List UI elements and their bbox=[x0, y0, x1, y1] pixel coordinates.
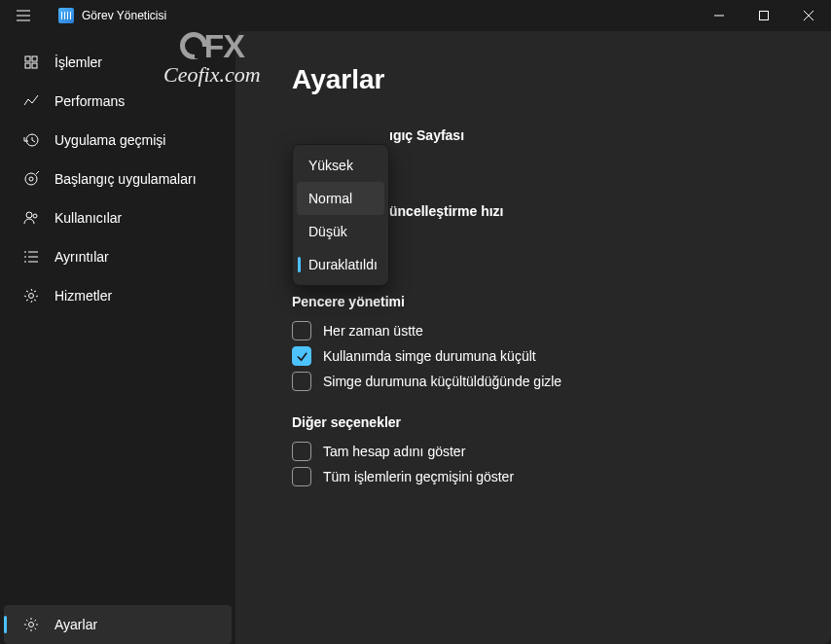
svg-rect-8 bbox=[32, 56, 37, 61]
checkbox-icon bbox=[292, 467, 311, 486]
svg-point-13 bbox=[29, 177, 33, 181]
update-speed-dropdown: Yüksek Normal Düşük Duraklatıldı bbox=[292, 144, 389, 286]
dropdown-item-normal[interactable]: Normal bbox=[297, 182, 384, 215]
svg-line-14 bbox=[36, 171, 39, 174]
checkbox-all-processes-history[interactable]: Tüm işlemlerin geçmişini göster bbox=[292, 467, 831, 486]
sidebar: İşlemler Performans Uygulama geçmişi Baş… bbox=[0, 31, 235, 644]
checkbox-icon bbox=[292, 372, 311, 391]
app-icon bbox=[58, 8, 74, 23]
svg-point-12 bbox=[25, 173, 37, 185]
svg-point-16 bbox=[33, 214, 37, 218]
titlebar: Görev Yöneticisi bbox=[0, 0, 831, 31]
dropdown-item-label: Normal bbox=[308, 191, 352, 206]
sidebar-item-services[interactable]: Hizmetler bbox=[4, 276, 232, 315]
details-icon bbox=[23, 249, 39, 265]
svg-rect-4 bbox=[760, 12, 769, 20]
dropdown-item-label: Duraklatıldı bbox=[308, 257, 378, 272]
sidebar-item-details[interactable]: Ayrıntılar bbox=[4, 237, 232, 276]
sidebar-item-label: Performans bbox=[54, 93, 125, 109]
history-icon bbox=[23, 132, 39, 148]
users-icon bbox=[23, 210, 39, 226]
gear-icon bbox=[23, 617, 39, 632]
services-icon bbox=[23, 288, 39, 304]
startup-icon bbox=[23, 171, 39, 187]
close-button[interactable] bbox=[786, 0, 831, 31]
sidebar-item-label: İşlemler bbox=[54, 54, 102, 70]
dropdown-item-paused[interactable]: Duraklatıldı bbox=[297, 248, 384, 281]
dropdown-item-high[interactable]: Yüksek bbox=[297, 149, 384, 182]
sidebar-item-settings[interactable]: Ayarlar bbox=[4, 605, 232, 644]
sidebar-item-processes[interactable]: İşlemler bbox=[4, 43, 232, 82]
sidebar-item-startup-apps[interactable]: Başlangıç uygulamaları bbox=[4, 160, 232, 198]
checkbox-icon bbox=[292, 321, 311, 340]
checkbox-icon bbox=[292, 346, 311, 366]
page-title: Ayarlar bbox=[292, 64, 831, 95]
hamburger-menu-button[interactable] bbox=[0, 0, 47, 31]
checkbox-always-on-top[interactable]: Her zaman üstte bbox=[292, 321, 831, 340]
maximize-button[interactable] bbox=[741, 0, 786, 31]
checkbox-label: Tam hesap adını göster bbox=[323, 444, 465, 459]
sidebar-item-users[interactable]: Kullanıcılar bbox=[4, 198, 232, 237]
sidebar-item-label: Kullanıcılar bbox=[54, 210, 122, 226]
default-start-page-label: ıgıç Sayfası bbox=[389, 127, 464, 143]
checkbox-label: Simge durumuna küçültüldüğünde gizle bbox=[323, 374, 561, 389]
checkbox-minimize-on-use[interactable]: Kullanımda simge durumuna küçült bbox=[292, 346, 831, 366]
checkbox-label: Tüm işlemlerin geçmişini göster bbox=[323, 469, 514, 484]
checkbox-label: Kullanımda simge durumuna küçült bbox=[323, 348, 536, 364]
checkbox-hide-when-minimized[interactable]: Simge durumuna küçültüldüğünde gizle bbox=[292, 372, 831, 391]
svg-rect-10 bbox=[32, 63, 37, 68]
checkbox-label: Her zaman üstte bbox=[323, 323, 423, 339]
svg-point-15 bbox=[26, 212, 32, 218]
svg-point-23 bbox=[29, 294, 34, 299]
checkbox-icon bbox=[292, 442, 311, 461]
sidebar-item-performance[interactable]: Performans bbox=[4, 82, 232, 121]
processes-icon bbox=[23, 54, 39, 70]
sidebar-item-label: Başlangıç uygulamaları bbox=[54, 171, 197, 187]
minimize-button[interactable] bbox=[697, 0, 741, 31]
sidebar-item-label: Ayrıntılar bbox=[54, 249, 109, 265]
sidebar-item-label: Hizmetler bbox=[54, 288, 112, 304]
window-controls bbox=[697, 0, 831, 31]
window-management-heading: Pencere yönetimi bbox=[292, 294, 831, 309]
checkbox-full-account-name[interactable]: Tam hesap adını göster bbox=[292, 442, 831, 461]
svg-point-24 bbox=[29, 623, 34, 627]
sidebar-item-app-history[interactable]: Uygulama geçmişi bbox=[4, 121, 232, 160]
sidebar-item-label: Uygulama geçmişi bbox=[54, 132, 165, 148]
window-title: Görev Yöneticisi bbox=[82, 9, 166, 22]
svg-rect-7 bbox=[25, 56, 30, 61]
dropdown-item-label: Düşük bbox=[308, 224, 347, 239]
dropdown-item-low[interactable]: Düşük bbox=[297, 215, 384, 248]
settings-page: Ayarlar ıgıç Sayfası üncelleştirme hızı … bbox=[235, 31, 831, 644]
svg-rect-9 bbox=[25, 63, 30, 68]
performance-icon bbox=[23, 93, 39, 109]
dropdown-item-label: Yüksek bbox=[308, 158, 353, 173]
realtime-update-speed-label: üncelleştirme hızı bbox=[389, 203, 503, 219]
other-options-heading: Diğer seçenekler bbox=[292, 414, 831, 430]
sidebar-item-label: Ayarlar bbox=[54, 617, 97, 632]
